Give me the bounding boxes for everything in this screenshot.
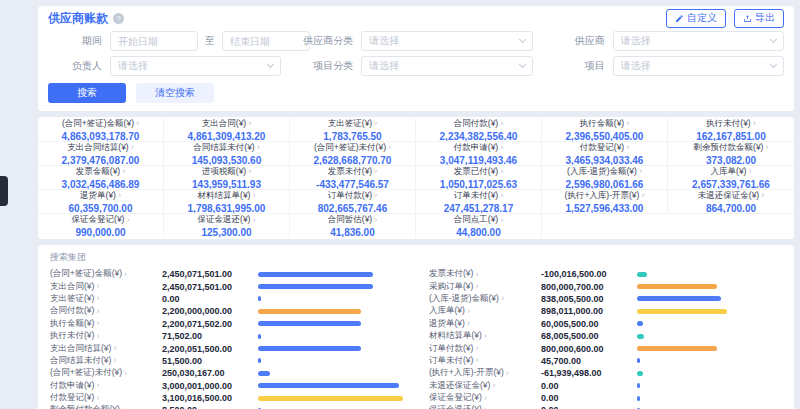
chart-metric[interactable]: 订单未付(¥)›	[429, 355, 541, 367]
stat-label: (入库-退货)金额(¥)	[567, 166, 637, 178]
chart-metric-value: 2,200,071,502.00	[162, 319, 258, 329]
export-button-label: 导出	[755, 11, 775, 25]
chart-row: 未退还保证金(¥)›0.00	[429, 380, 782, 392]
chart-section-title: 搜索集团	[50, 251, 782, 264]
bar-track	[637, 321, 782, 326]
stat-card[interactable]: 发票金额(¥)›3,032,456,486.89	[38, 166, 164, 190]
stat-card[interactable]: 合同付款(¥)›2,234,382,556.40	[416, 118, 542, 142]
stat-card[interactable]: 订单付款(¥)›802,665,767.46	[290, 190, 416, 214]
filter-select[interactable]: 请选择	[361, 31, 532, 51]
stat-card[interactable]: 未退还保证金(¥)›864,700.00	[668, 190, 794, 214]
stat-card[interactable]: 合同结算未付(¥)›145,093,530.60	[164, 142, 290, 166]
stat-card[interactable]: 执行金额(¥)›2,396,550,405.00	[542, 118, 668, 142]
stat-card[interactable]: 合同点工(¥)›44,800.00	[416, 214, 542, 238]
chart-metric-value: 2,450,071,501.00	[162, 282, 258, 292]
stat-card[interactable]: 支出合同结算(¥)›2,379,476,087.00	[38, 142, 164, 166]
stat-card[interactable]: 发票未付(¥)›-433,477,546.57	[290, 166, 416, 190]
stat-value: 41,836.00	[330, 227, 375, 238]
chevron-right-icon: ›	[484, 332, 487, 341]
chart-row: 材料结算单(¥)›68,005,500.00	[429, 330, 782, 342]
chart-metric[interactable]: 支出签证(¥)›	[50, 293, 162, 305]
chart-metric-label: 入库单(¥)	[429, 305, 465, 317]
chart-metric[interactable]: (执行+入库)-开票(¥)›	[429, 367, 541, 379]
stat-card[interactable]: (合同+签证)金额(¥)›4,863,093,178.70	[38, 118, 164, 142]
chart-metric[interactable]: 入库单(¥)›	[429, 305, 541, 317]
chart-metric[interactable]: 执行金额(¥)›	[50, 318, 162, 330]
export-button[interactable]: 导出	[734, 9, 784, 28]
chart-metric[interactable]: 合同结算未付(¥)›	[50, 355, 162, 367]
stat-card[interactable]: 合同暂估(¥)›41,836.00	[290, 214, 416, 238]
stat-card[interactable]: 入库单(¥)›2,657,339,761.66	[668, 166, 794, 190]
chart-metric[interactable]: 执行未付(¥)›	[50, 330, 162, 342]
stat-card[interactable]: 付款登记(¥)›3,465,934,033.46	[542, 142, 668, 166]
chart-metric[interactable]: 付款申请(¥)›	[50, 380, 162, 392]
stat-card[interactable]: (入库-退货)金额(¥)›2,596,980,061.66	[542, 166, 668, 190]
stat-card[interactable]: (执行+入库)-开票(¥)›1,527,596,433.00	[542, 190, 668, 214]
chart-metric-label: 发票未付(¥)	[429, 268, 473, 280]
filter-select[interactable]: 请选择	[613, 56, 784, 76]
chart-metric[interactable]: (入库-退货)金额(¥)›	[429, 293, 541, 305]
stat-card[interactable]: 材料结算单(¥)›1,798,631,995.00	[164, 190, 290, 214]
select-placeholder: 请选择	[621, 59, 651, 73]
chevron-right-icon: ›	[641, 191, 644, 200]
chart-metric-value: 51,500.00	[162, 356, 258, 366]
chart-metric[interactable]: (合同+签证)金额(¥)›	[50, 268, 162, 280]
chart-metric[interactable]: 材料结算单(¥)›	[429, 330, 541, 342]
chart-metric[interactable]: 支出合同结算(¥)›	[50, 343, 162, 355]
filter-select[interactable]: 请选择	[613, 31, 784, 51]
filter-row: 负责人请选择项目分类请选择项目请选择	[48, 56, 784, 76]
chart-metric[interactable]: 剩余预付款金额(¥)›	[50, 404, 162, 409]
stat-card[interactable]: 支出合同(¥)›4,861,309,413.20	[164, 118, 290, 142]
stat-card[interactable]: 支出签证(¥)›1,783,765.50	[290, 118, 416, 142]
filter-select[interactable]: 请选择	[110, 56, 281, 76]
chevron-right-icon: ›	[506, 369, 509, 378]
end-date-input[interactable]	[222, 31, 310, 51]
chart-metric-label: 退货单(¥)	[429, 318, 465, 330]
chart-metric[interactable]: 订单付款(¥)›	[429, 343, 541, 355]
stat-label-row: (合同+签证)未付(¥)›	[314, 142, 391, 154]
stat-label-row: 合同付款(¥)›	[454, 118, 503, 130]
stat-card[interactable]: 剩余预付款金额(¥)›373,082.00	[668, 142, 794, 166]
bar-track	[258, 321, 403, 326]
stat-card[interactable]: 付款申请(¥)›3,047,119,493.46	[416, 142, 542, 166]
clear-search-button[interactable]: 清空搜索	[136, 83, 214, 103]
chart-metric[interactable]: (合同+签证)未付(¥)›	[50, 367, 162, 379]
chart-metric[interactable]: 保证金退还(¥)›	[429, 404, 541, 409]
chart-row: 发票未付(¥)›-100,016,500.00	[429, 268, 782, 280]
chart-metric[interactable]: 合同付款(¥)›	[50, 305, 162, 317]
chart-metric[interactable]: 退货单(¥)›	[429, 318, 541, 330]
chart-metric-label: 未退还保证金(¥)	[429, 380, 490, 392]
customize-button[interactable]: 自定义	[666, 9, 726, 28]
stat-card[interactable]: 保证金登记(¥)›990,000.00	[38, 214, 164, 238]
bar-track	[258, 396, 403, 401]
stat-card[interactable]: 订单未付(¥)›247,451,278.17	[416, 190, 542, 214]
filter-select[interactable]: 请选择	[361, 56, 532, 76]
search-button[interactable]: 搜索	[48, 83, 126, 103]
stat-label: 保证金登记(¥)	[72, 214, 125, 226]
filter-row: 期间至供应商分类请选择供应商请选择	[48, 31, 784, 51]
chart-metric[interactable]: 支出合同(¥)›	[50, 281, 162, 293]
start-date-input[interactable]	[110, 31, 198, 51]
stat-label-row: 付款申请(¥)›	[454, 142, 503, 154]
drawer-handle[interactable]	[0, 176, 8, 206]
stat-card[interactable]: 执行未付(¥)›162,167,851.00	[668, 118, 794, 142]
chart-metric[interactable]: 付款登记(¥)›	[50, 392, 162, 404]
chevron-right-icon: ›	[96, 307, 99, 316]
help-icon[interactable]: ?	[113, 13, 124, 24]
chart-metric[interactable]: 发票未付(¥)›	[429, 268, 541, 280]
chart-metric[interactable]: 保证金登记(¥)›	[429, 392, 541, 404]
chart-metric-value: 45,700.00	[541, 356, 637, 366]
stat-card[interactable]: 退货单(¥)›60,359,700.00	[38, 190, 164, 214]
stat-label: 付款登记(¥)	[580, 142, 624, 154]
stat-card[interactable]: 保证金退还(¥)›125,300.00	[164, 214, 290, 238]
stat-label: 订单未付(¥)	[454, 190, 498, 202]
chart-metric[interactable]: 采购订单(¥)›	[429, 281, 541, 293]
stat-card[interactable]: (合同+签证)未付(¥)›2,628,668,770.70	[290, 142, 416, 166]
stat-card[interactable]: 进项税额(¥)›143,959,511.93	[164, 166, 290, 190]
chevron-right-icon: ›	[500, 191, 503, 200]
chart-metric-label: 订单未付(¥)	[429, 355, 473, 367]
bar-track	[258, 358, 403, 363]
stat-card[interactable]: 发票已付(¥)›1,050,117,025.63	[416, 166, 542, 190]
chevron-right-icon: ›	[748, 167, 751, 176]
chart-metric[interactable]: 未退还保证金(¥)›	[429, 380, 541, 392]
